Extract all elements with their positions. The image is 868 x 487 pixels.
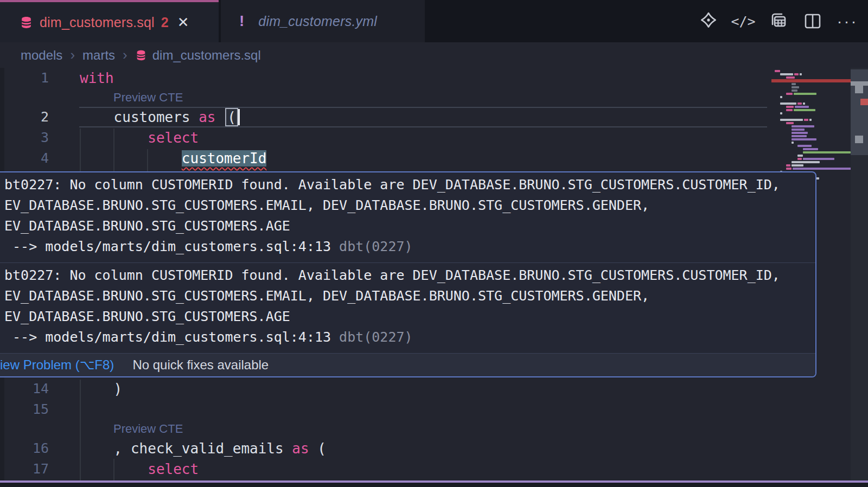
minimap-token	[797, 155, 803, 157]
line-source: customerId	[80, 148, 266, 169]
code-lens-preview-cte[interactable]: Preview CTE	[0, 88, 770, 107]
code-line-15[interactable]: 15	[0, 399, 770, 420]
editor-window: dim_customers.sql 2 ✕ ! dim_customers.ym…	[0, 0, 868, 487]
chevron-right-icon: ›	[70, 47, 75, 63]
line-number: 17	[0, 459, 49, 479]
code-line-4[interactable]: 4 customerId	[0, 148, 770, 169]
indent-guide	[80, 380, 81, 480]
popup-action-bar: iew Problem (⌥F8) No quick fixes availab…	[0, 353, 815, 376]
view-problem-link[interactable]: iew Problem (⌥F8)	[0, 357, 114, 373]
code-token: select	[148, 130, 199, 146]
minimap-token	[792, 161, 820, 163]
minimap-token	[794, 73, 799, 75]
code-token: customers	[80, 109, 199, 125]
line-number: 16	[0, 438, 49, 459]
code-token: as	[199, 109, 215, 125]
minimap-token	[795, 106, 809, 108]
code-token: (	[225, 108, 238, 126]
error-message-line: EV_DATABASE.BRUNO.STG_CUSTOMERS.AGE	[4, 306, 810, 327]
code-line-16[interactable]: 16 , check_valid_emails as (	[0, 438, 770, 459]
line-source: select	[80, 459, 199, 479]
compile-code-icon[interactable]: </>	[732, 10, 754, 32]
minimap-token	[793, 168, 853, 170]
tab-strip: dim_customers.sql 2 ✕ ! dim_customers.ym…	[0, 0, 868, 42]
code-line-2[interactable]: 2 customers as (	[0, 107, 770, 127]
code-token	[80, 150, 182, 166]
minimap-token	[786, 122, 794, 124]
dbt-logo-icon[interactable]	[698, 10, 719, 32]
minimap-token	[803, 151, 851, 153]
warning-icon: !	[239, 12, 244, 30]
code-token: with	[80, 70, 114, 86]
overview-ruler-marker	[860, 99, 868, 105]
minimap-token	[797, 158, 802, 160]
minimap-token	[786, 168, 792, 170]
code-token	[215, 109, 224, 125]
minimap-token	[786, 109, 793, 111]
minimap-token	[775, 70, 780, 72]
text-cursor	[238, 109, 240, 125]
minimap-token	[786, 164, 790, 166]
code-lines-bottom: 14 )15Preview CTE16 , check_valid_emails…	[0, 379, 770, 479]
tab-label: dim_customers.yml	[258, 14, 377, 29]
minimap[interactable]	[775, 69, 856, 180]
minimap-token	[792, 89, 797, 92]
error-message-line: bt0227: No column CUSTOMERID found. Avai…	[4, 265, 810, 286]
tab-label: dim_customers.sql	[40, 15, 155, 30]
error-message-line: EV_DATABASE.BRUNO.STG_CUSTOMERS.AGE	[4, 216, 810, 236]
query-results-icon[interactable]	[767, 10, 789, 32]
minimap-token	[780, 112, 782, 114]
minimap-token	[780, 102, 796, 105]
code-lines-top: 1withPreview CTE2 customers as (3 select…	[0, 68, 770, 169]
code-line-1[interactable]: 1with	[0, 68, 770, 88]
minimap-token	[786, 106, 794, 108]
problem-count-badge: 2	[161, 15, 169, 30]
error-source-code: dbt(0227)	[331, 329, 413, 345]
more-actions-icon[interactable]: ···	[837, 10, 858, 32]
breadcrumb-folder[interactable]: models	[21, 48, 62, 63]
breadcrumb-file[interactable]: dim_customers.sql	[152, 48, 261, 63]
close-tab-icon[interactable]: ✕	[177, 14, 189, 31]
code-line-17[interactable]: 17 select	[0, 459, 770, 479]
error-message-line: bt0227: No column CUSTOMERID found. Avai…	[4, 175, 810, 195]
code-line-14[interactable]: 14 )	[0, 379, 770, 399]
error-message: bt0227: No column CUSTOMERID found. Avai…	[0, 172, 815, 262]
error-token-customerid: customerId	[182, 150, 267, 166]
minimap-token	[792, 83, 796, 85]
no-quick-fixes-text: No quick fixes available	[132, 357, 269, 373]
indent-guide	[80, 129, 81, 172]
database-icon	[20, 16, 33, 29]
minimap-token	[792, 132, 808, 134]
line-number: 15	[0, 399, 49, 420]
overview-ruler-marker	[851, 81, 868, 86]
scrollbar-thumb[interactable]	[851, 69, 868, 155]
overview-ruler-marker	[855, 136, 863, 143]
line-source: , check_valid_emails as (	[80, 438, 326, 459]
code-token: , check_valid_emails	[80, 440, 292, 457]
minimap-token	[792, 138, 816, 140]
code-line-3[interactable]: 3 select	[0, 127, 770, 148]
minimap-token	[803, 148, 818, 150]
minimap-token	[780, 96, 782, 98]
error-source-code: dbt(0227)	[331, 239, 413, 254]
minimap-token	[792, 125, 814, 127]
split-editor-icon[interactable]	[802, 10, 824, 32]
overview-ruler-marker	[855, 86, 863, 93]
code-lens-preview-cte[interactable]: Preview CTE	[0, 420, 770, 438]
breadcrumb: models › marts › dim_customers.sql	[0, 42, 868, 68]
minimap-token	[792, 135, 807, 137]
code-token: (	[309, 440, 326, 457]
minimap-token	[800, 73, 802, 75]
tab-dim-customers-yml[interactable]: ! dim_customers.yml	[221, 0, 425, 42]
tab-dim-customers-sql[interactable]: dim_customers.sql 2 ✕	[0, 0, 219, 42]
window-edge	[0, 483, 868, 487]
minimap-token	[792, 142, 794, 144]
minimap-token	[803, 102, 805, 105]
minimap-token	[794, 109, 815, 111]
error-message-line: --> models/marts/dim_customers.sql:4:13 …	[4, 236, 810, 257]
minimap-token	[804, 119, 808, 121]
minimap-token	[803, 158, 834, 160]
line-number: 1	[0, 68, 49, 88]
minimap-token	[792, 86, 799, 88]
breadcrumb-folder[interactable]: marts	[82, 48, 115, 63]
